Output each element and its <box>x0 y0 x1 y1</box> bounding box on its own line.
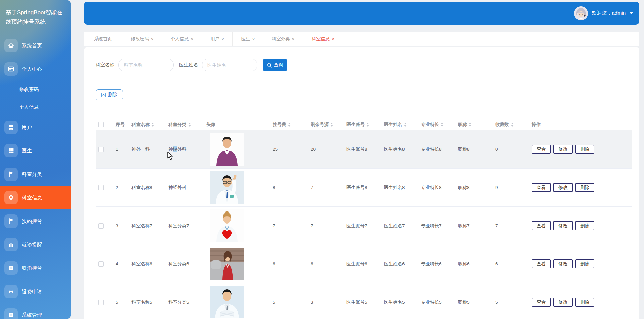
man-in-purple-sweater-photo <box>210 133 244 166</box>
edit-button[interactable]: 修改 <box>553 145 573 154</box>
view-button[interactable]: 查看 <box>532 259 551 268</box>
query-button[interactable]: 查询 <box>263 59 287 71</box>
text-selection: 经 <box>173 146 178 152</box>
column-header-remaining: 剩余号源 <box>309 122 344 128</box>
sidebar-item-visit-reminder[interactable]: 就诊提醒 <box>0 233 71 256</box>
sidebar-item-label: 医生 <box>22 148 32 154</box>
sidebar-item-label: 退费申请 <box>22 289 42 295</box>
tab-change-password[interactable]: 修改密码× <box>122 32 162 46</box>
map-pin-icon <box>4 191 18 204</box>
sidebar-item-users[interactable]: 用户 <box>0 116 71 139</box>
sidebar-item-system-admin[interactable]: 系统管理 <box>0 303 71 319</box>
table-header-row: 序号 科室名称 科室分类 头像 挂号费 剩余号源 医生账号 医生姓名 专业特长 … <box>96 119 632 130</box>
sidebar-item-home[interactable]: 系统首页 <box>0 34 71 57</box>
sidebar: 基于SpringBoot智能在线预约挂号系统 系统首页 个人中心 修改密码 个人… <box>0 0 71 319</box>
select-all-checkbox[interactable] <box>98 122 104 127</box>
column-header-account: 医生账号 <box>344 122 382 128</box>
tab-personal-info[interactable]: 个人信息× <box>162 32 202 46</box>
sort-caret-icon[interactable] <box>288 123 291 127</box>
tab-bar: 系统首页 修改密码× 个人信息× 用户× 医生× 科室分类× 科室信息× <box>84 32 639 46</box>
sidebar-item-refund-request[interactable]: 退费申请 <box>0 280 71 303</box>
edit-button[interactable]: 修改 <box>553 221 573 230</box>
delete-button[interactable]: 删除 <box>575 298 594 307</box>
user-avatar <box>574 6 588 20</box>
male-doctor-glasses-photo <box>210 171 244 204</box>
welcome-text: 欢迎您，admin <box>592 10 626 16</box>
grid-icon <box>4 121 18 134</box>
sidebar-item-label: 个人中心 <box>22 66 42 72</box>
app-title: 基于SpringBoot智能在线预约挂号系统 <box>0 0 71 28</box>
grid-icon <box>4 308 18 319</box>
tab-doctors[interactable]: 医生× <box>233 32 264 46</box>
sidebar-item-dept-info[interactable]: 科室信息 <box>0 186 71 209</box>
table-row: 1 神外一科 神经外科 25 20 医生账号8 医生姓名8 专业特长8 职称8 … <box>96 130 632 169</box>
tab-close-icon[interactable]: × <box>292 37 294 42</box>
sort-caret-icon[interactable] <box>441 123 443 127</box>
sidebar-item-label: 系统首页 <box>22 43 42 49</box>
row-checkbox[interactable] <box>98 300 104 305</box>
sort-caret-icon[interactable] <box>404 123 407 127</box>
tab-close-icon[interactable]: × <box>191 37 194 42</box>
view-button[interactable]: 查看 <box>532 298 551 307</box>
column-header-type: 科室分类 <box>164 122 201 128</box>
row-checkbox[interactable] <box>98 261 104 267</box>
delete-selected-button[interactable]: 删除 <box>96 89 123 100</box>
flag-icon <box>4 168 18 181</box>
sidebar-item-doctors[interactable]: 医生 <box>0 139 71 163</box>
sidebar-item-cancel-registration[interactable]: 取消挂号 <box>0 256 71 280</box>
sidebar-item-appointment[interactable]: 预约挂号 <box>0 209 71 233</box>
sidebar-item-dept-category[interactable]: 科室分类 <box>0 163 71 186</box>
column-header-dept: 科室名称 <box>126 122 164 128</box>
sort-caret-icon[interactable] <box>366 123 369 127</box>
sort-caret-icon[interactable] <box>151 123 154 127</box>
home-icon <box>4 39 18 52</box>
table-row: 4 科室名称6 科室分类6 6 6 医生账号6 医生姓名6 专业特长6 职称6 … <box>96 245 632 283</box>
view-button[interactable]: 查看 <box>532 183 551 192</box>
sort-caret-icon[interactable] <box>330 123 333 127</box>
sidebar-item-label: 取消挂号 <box>22 265 42 271</box>
tab-dept-info[interactable]: 科室信息× <box>303 32 343 46</box>
sidebar-item-personal-info[interactable]: 个人信息 <box>0 98 71 116</box>
tab-close-icon[interactable]: × <box>332 37 334 42</box>
sort-caret-icon[interactable] <box>511 123 514 127</box>
sidebar-item-change-password[interactable]: 修改密码 <box>0 81 71 98</box>
sort-caret-icon[interactable] <box>469 123 471 127</box>
card-icon <box>4 62 18 76</box>
tab-users[interactable]: 用户× <box>202 32 233 46</box>
pennant-icon <box>4 214 18 228</box>
edit-button[interactable]: 修改 <box>553 259 573 268</box>
column-header-doctor: 医生姓名 <box>382 122 419 128</box>
doctor-name-input[interactable] <box>202 59 257 71</box>
tab-close-icon[interactable]: × <box>221 37 224 42</box>
row-checkbox[interactable] <box>98 223 104 229</box>
delete-button[interactable]: 删除 <box>575 145 594 154</box>
sidebar-item-label: 系统管理 <box>22 312 42 318</box>
column-header-fee: 挂号费 <box>268 122 309 128</box>
delete-button[interactable]: 删除 <box>575 221 594 230</box>
search-form: 科室名称 医生姓名 查询 <box>96 59 639 71</box>
ticket-icon <box>4 285 18 298</box>
view-button[interactable]: 查看 <box>532 145 551 154</box>
user-menu[interactable]: 欢迎您，admin <box>574 6 633 20</box>
sidebar-item-personal-center[interactable]: 个人中心 <box>0 57 71 81</box>
delete-button[interactable]: 删除 <box>575 259 594 268</box>
edit-button[interactable]: 修改 <box>553 298 573 307</box>
sidebar-item-label: 科室分类 <box>22 171 42 178</box>
edit-button[interactable]: 修改 <box>553 183 573 192</box>
sidebar-item-label: 预约挂号 <box>22 218 42 225</box>
tab-close-icon[interactable]: × <box>151 37 154 42</box>
tab-close-icon[interactable]: × <box>252 37 255 42</box>
view-button[interactable]: 查看 <box>532 221 551 230</box>
row-checkbox[interactable] <box>98 185 104 190</box>
grid-icon <box>4 261 18 275</box>
sort-caret-icon[interactable] <box>188 123 191 127</box>
delete-box-icon <box>101 93 106 97</box>
tab-dept-category[interactable]: 科室分类× <box>263 32 303 46</box>
delete-button[interactable]: 删除 <box>575 183 594 192</box>
tab-home[interactable]: 系统首页 <box>84 32 122 46</box>
dept-name-input[interactable] <box>118 59 174 71</box>
search-icon <box>267 63 272 68</box>
woman-in-red-on-sofa-photo <box>210 248 244 280</box>
bar-chart-icon <box>4 238 18 251</box>
row-checkbox[interactable] <box>98 147 104 152</box>
